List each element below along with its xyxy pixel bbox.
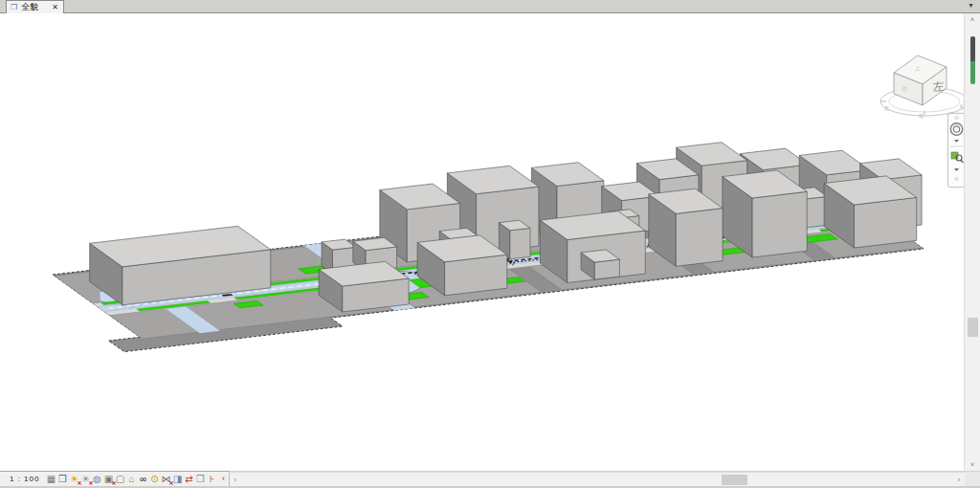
temporary-view-properties-button[interactable]: ◨ <box>171 473 183 485</box>
steering-wheel-dropdown-icon[interactable] <box>954 140 959 143</box>
sun-path-button[interactable]: ☀✕ <box>68 473 79 485</box>
scroll-up-arrow[interactable]: ˄ <box>965 16 980 23</box>
unlock-3d-view-button[interactable]: ⌂ <box>125 473 137 485</box>
tab-list-dropdown-icon[interactable]: ▼ <box>968 2 974 9</box>
drawing-area[interactable]: 左 上 前 西 南 东 <box>0 13 964 471</box>
view-3d-icon: ❒ <box>11 4 17 11</box>
shadows-button[interactable]: ☀✕ <box>79 473 91 485</box>
zoom-button[interactable] <box>951 152 964 163</box>
reveal-constraints-button[interactable]: ⊦ <box>206 473 217 485</box>
analytical-model-button[interactable]: ⋈✕ <box>160 473 171 485</box>
resize-grip <box>965 472 980 486</box>
vertical-scroll-thumb[interactable] <box>968 318 978 337</box>
navbar-grip-bottom <box>955 178 958 181</box>
steering-wheel-button[interactable] <box>950 123 962 135</box>
navbar-grip-top <box>955 117 958 120</box>
tab-close-icon[interactable]: ✕ <box>52 3 58 11</box>
model-svg[interactable] <box>0 13 964 471</box>
viewcube[interactable]: 左 上 前 西 南 东 <box>873 40 964 122</box>
visual-style-button[interactable]: ❒ <box>56 473 68 485</box>
navigation-bar <box>947 113 964 188</box>
scroll-right-arrow[interactable]: › <box>955 477 963 483</box>
zoom-dropdown-icon[interactable] <box>954 168 959 171</box>
view-control-bar: 1 : 100 ▦❒☀✕☀✕◍▣✕▢⌂∞⊙⋈✕◨⇄❒⊦ ‹ <box>0 471 230 486</box>
scroll-down-arrow[interactable]: ˅ <box>965 461 980 468</box>
temporary-hide-isolate-button[interactable]: ∞ <box>137 473 148 485</box>
viewcube-face-label: 左 <box>931 79 945 94</box>
compass-label-west[interactable]: 西 <box>884 105 889 111</box>
view-tab-bar: ❒ 全貌 ✕ ▼ <box>0 0 980 13</box>
rendering-dialog-button[interactable]: ◍ <box>91 473 102 485</box>
reveal-hidden-elements-button[interactable]: ⊙ <box>148 473 160 485</box>
revit-window: ❒ 全貌 ✕ ▼ <box>0 0 980 488</box>
horizontal-scrollbar[interactable]: ‹ › <box>230 472 965 486</box>
progress-indicator <box>970 36 975 84</box>
compass-label-south[interactable]: 南 <box>919 113 924 119</box>
crop-region-visibility-button[interactable]: ▢ <box>114 473 125 485</box>
highlight-displacement-button[interactable]: ❒ <box>194 473 206 485</box>
displacement-sets-button[interactable]: ⇄ <box>183 473 194 485</box>
tab-label: 全貌 <box>21 1 38 13</box>
collapse-view-bar-icon[interactable]: ‹ <box>217 473 229 485</box>
scale-button[interactable]: 1 : 100 <box>0 475 45 483</box>
viewcube-top-label: 上 <box>913 65 921 72</box>
scroll-left-arrow[interactable]: ‹ <box>232 477 239 483</box>
horizontal-scroll-thumb[interactable] <box>722 475 747 485</box>
detail-level-button[interactable]: ▦ <box>45 473 56 485</box>
tab-overall-view[interactable]: ❒ 全貌 ✕ <box>6 0 64 13</box>
crop-view-button[interactable]: ▣✕ <box>102 473 114 485</box>
